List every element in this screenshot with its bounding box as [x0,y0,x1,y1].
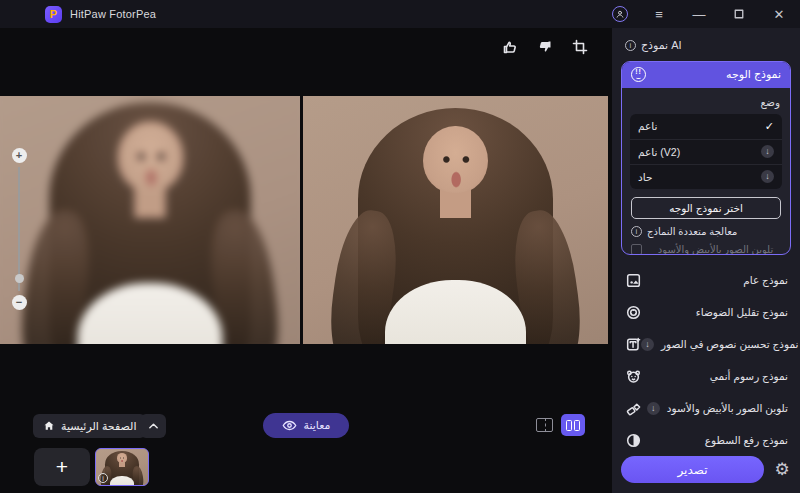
model-item-label: نموذج تقليل الضوضاء [641,306,788,318]
sidebar: i نموذج AI نموذج الوجه وضع ناعم ✓ [612,28,800,493]
sidebar-header: i نموذج AI [625,36,789,55]
choose-face-model-button[interactable]: اختر نموذج الوجه [631,197,781,219]
after-image-art [303,96,608,344]
canvas-area: + − الصفحة الرئيسية معاينة [0,28,612,493]
face-model-panel: نموذج الوجه وضع ناعم ✓ ناعم (V2) ↓ [621,61,791,255]
denoise-icon [625,304,641,320]
split-view-icon[interactable] [536,418,553,432]
download-icon[interactable]: ↓ [761,170,774,183]
face-model-title: نموذج الوجه [646,68,781,81]
image-icon [625,272,641,288]
face-model-header[interactable]: نموذج الوجه [622,62,790,88]
model-item-general[interactable]: نموذج عام [621,264,791,296]
mode-option-sharp[interactable]: حاد ↓ [630,164,782,189]
feedback-toolbar [502,39,588,55]
sidebar-footer: تصدير ⚙ [621,456,791,483]
home-button[interactable]: الصفحة الرئيسية [33,414,146,438]
mode-label: وضع [630,96,780,108]
multi-model-label: معالجة متعددة النماذج [647,226,737,237]
model-item-label: نموذج تحسين نصوص في الصور [661,338,798,350]
model-item-brightness[interactable]: نموذج رفع السطوع [621,424,791,456]
eye-icon [282,420,297,431]
crop-icon[interactable] [572,39,588,55]
model-item-colorize[interactable]: ↓ تلوين الصور بالأبيض والأسود [621,392,791,424]
check-icon: ✓ [765,120,774,133]
mode-options: ناعم ✓ ناعم (V2) ↓ حاد ↓ [630,114,782,189]
thumbnail-info-icon[interactable]: i [98,473,108,483]
mode-option-label: حاد [638,171,652,183]
before-image [0,96,300,344]
content: + − الصفحة الرئيسية معاينة [0,28,800,493]
model-item-denoise[interactable]: نموذج تقليل الضوضاء [621,296,791,328]
colorize-checkbox[interactable] [631,244,642,255]
titlebar: P HitPaw FotorPea ≡ — ✕ [0,0,800,28]
export-button[interactable]: تصدير [621,456,764,483]
sidebar-header-label: نموذج AI [641,39,682,52]
thumbs-down-icon[interactable] [537,39,553,55]
settings-gear-icon[interactable]: ⚙ [773,461,791,479]
image-thumbnail[interactable]: i [95,448,149,486]
download-icon[interactable]: ↓ [761,145,774,158]
zoom-in-button[interactable]: + [12,148,27,163]
info-icon[interactable]: i [625,40,636,51]
zoom-handle[interactable] [15,274,24,283]
side-by-side-view-icon[interactable] [561,414,585,436]
maximize-button[interactable] [730,5,748,23]
anime-icon [625,368,641,384]
mode-option-soft[interactable]: ناعم ✓ [630,114,782,139]
account-icon[interactable] [612,6,628,22]
model-item-label: نموذج رسوم أنمي [641,370,788,382]
preview-button[interactable]: معاينة [263,413,349,438]
preview-button-label: معاينة [304,419,331,432]
app-title: HitPaw FotorPea [70,8,156,20]
minimize-button[interactable]: — [690,5,708,23]
contrast-icon [625,432,641,448]
home-button-label: الصفحة الرئيسية [61,420,136,433]
download-icon[interactable]: ↓ [647,402,660,415]
mode-option-label: ناعم [638,120,657,132]
colorize-checkbox-label: تلوين الصور بالأبيض والأسود [650,244,781,255]
titlebar-controls: ≡ — ✕ [612,0,788,28]
model-item-label: نموذج عام [641,274,788,286]
zoom-out-button[interactable]: − [12,295,27,310]
model-item-anime[interactable]: نموذج رسوم أنمي [621,360,791,392]
paint-roller-icon [625,400,641,416]
face-model-icon [631,67,646,82]
face-model-body: وضع ناعم ✓ ناعم (V2) ↓ حاد ↓ [622,88,790,255]
thumbs-up-icon[interactable] [502,39,518,55]
add-image-button[interactable]: + [34,448,90,486]
colorize-checkbox-row[interactable]: تلوين الصور بالأبيض والأسود [631,244,781,255]
logo-letter: P [50,8,57,20]
zoom-track[interactable] [18,167,20,291]
before-image-art [0,96,300,344]
menu-icon[interactable]: ≡ [650,5,668,23]
text-enhance-icon [625,336,641,352]
app-window: P HitPaw FotorPea ≡ — ✕ [0,0,800,493]
collapse-strip-button[interactable] [140,414,166,438]
model-item-label: تلوين الصور بالأبيض والأسود [667,402,788,414]
chevron-up-icon [148,422,159,430]
view-mode-toolbar [536,414,585,436]
mode-option-label: ناعم (V2) [638,146,680,158]
info-icon[interactable]: i [631,226,642,237]
model-item-text-enhance[interactable]: ↓ نموذج تحسين نصوص في الصور [621,328,791,360]
multi-model-row: i معالجة متعددة النماذج [631,226,782,237]
after-image [303,96,608,344]
app-logo: P [45,6,62,23]
home-icon [43,420,55,432]
close-button[interactable]: ✕ [770,5,788,23]
download-icon[interactable]: ↓ [641,338,654,351]
mode-option-soft-v2[interactable]: ناعم (V2) ↓ [630,139,782,164]
model-list: نموذج عام نموذج تقليل الضوضاء ↓ نموذج تح… [621,264,791,456]
zoom-slider[interactable]: + − [10,148,28,310]
model-item-label: نموذج رفع السطوع [641,434,788,446]
